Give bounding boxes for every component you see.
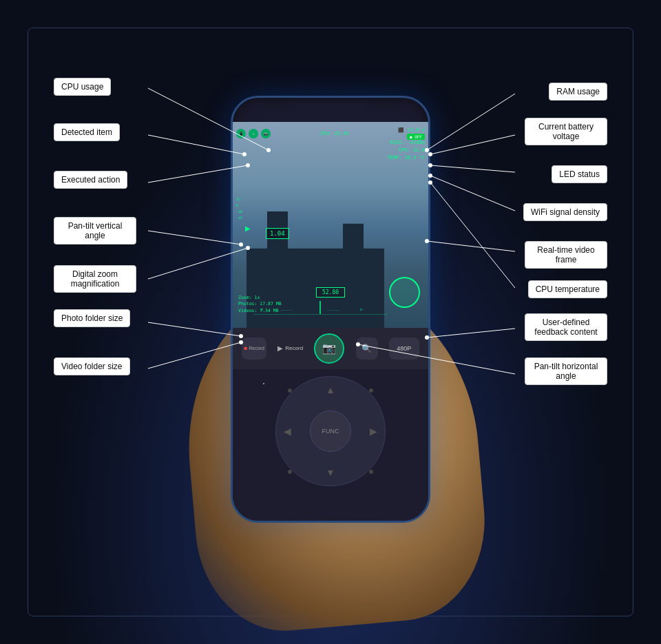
dpad-dot-tr — [369, 388, 373, 393]
record-text-display[interactable]: ▶ Record — [277, 344, 303, 352]
user-feedback-text: User-defined feedback content — [534, 318, 597, 337]
left-scale: 15 0 -30 -45 — [236, 196, 242, 221]
phone-wrapper: 📱 → 📷 CPU: 22.3% ⬛ 11.9 V ● OFF RSSI: -4… — [231, 96, 430, 523]
record-icon: ■ Record — [242, 337, 266, 360]
cpu-temp-text: CPU temperature — [536, 284, 600, 294]
wifi-signal-label: WiFi signal density — [523, 203, 607, 221]
ram-usage-label: RAM usage — [549, 83, 607, 101]
wifi-signal-text: WiFi signal density — [531, 207, 600, 217]
hud-rssi: RSSI: -42dBm — [387, 139, 425, 147]
zoom-button[interactable]: 🔍 — [356, 337, 378, 360]
cpu-usage-label: CPU usage — [54, 78, 111, 96]
realtime-video-text: Real-time video frame — [537, 245, 594, 264]
capture-button-hud[interactable] — [389, 277, 420, 308]
photo-folder-size-label: Photo folder size — [54, 309, 130, 327]
digital-zoom-text: Digital zoom magnification — [71, 269, 120, 289]
dpad-left[interactable]: ◀ — [284, 426, 291, 437]
hud-overlay: 📱 → 📷 CPU: 22.3% ⬛ 11.9 V ● OFF RSSI: -4… — [233, 122, 428, 335]
photo-button[interactable]: 📷 — [314, 333, 344, 364]
zoom-icon: 🔍 — [361, 344, 372, 353]
dpad[interactable]: ▲ ▼ ◀ ▶ FUNC — [275, 376, 386, 486]
hud-fps: FPS: 31.8 — [387, 147, 425, 154]
hud-temp: TEMP: 38.4 °C — [387, 154, 425, 162]
pan-tilt-horizontal-text: Pan-tilt horizontal angle — [534, 362, 598, 381]
svg-text:......: ...... — [327, 307, 339, 311]
phone-device: 📱 → 📷 CPU: 22.3% ⬛ 11.9 V ● OFF RSSI: -4… — [231, 96, 430, 523]
battery-voltage-label-text: Current battery voltage — [538, 122, 594, 141]
controls-area: ■ Record ▶ Record 📷 🔍 4 — [233, 328, 428, 521]
led-status-label: LED status — [552, 165, 607, 183]
led-status-text: LED status — [559, 169, 600, 179]
angle-display: 52.80 — [316, 287, 345, 298]
resolution-label: 480P — [397, 345, 411, 352]
record-label: Record — [249, 346, 264, 351]
phone-notch — [296, 103, 365, 117]
user-feedback-label: User-defined feedback content — [525, 313, 607, 341]
pan-tilt-vertical-text: Pan-tilt vertical angle — [68, 221, 123, 240]
zoom-mag-box: 1.04 — [266, 228, 289, 239]
photo-folder-size-text: Photo folder size — [61, 313, 123, 323]
cpu-usage-text: CPU usage — [61, 82, 103, 92]
video-folder-size-label: Video folder size — [54, 357, 130, 375]
realtime-video-label: Real-time video frame — [525, 241, 607, 269]
ram-usage-text: RAM usage — [556, 87, 600, 96]
dpad-dot-br — [369, 470, 373, 474]
executed-action-label: Executed action — [54, 171, 127, 189]
svg-text:◁: ◁ — [260, 307, 263, 311]
camera-view: 📱 → 📷 CPU: 22.3% ⬛ 11.9 V ● OFF RSSI: -4… — [233, 122, 428, 335]
svg-text:▷: ▷ — [360, 307, 363, 311]
dpad-center-func[interactable]: FUNC — [310, 411, 351, 452]
battery-voltage-text: ⬛ 11.9 V — [398, 127, 425, 133]
compass-bar: ◁ ▷ ...... ...... — [253, 301, 387, 315]
record-button-container[interactable]: ■ Record — [242, 337, 266, 360]
dpad-dot-bl — [288, 470, 292, 474]
cpu-temp-label: CPU temperature — [528, 280, 607, 298]
hud-right-stats: RSSI: -42dBm FPS: 31.8 TEMP: 38.4 °C — [387, 139, 425, 163]
battery-voltage-label: Current battery voltage — [525, 118, 607, 145]
svg-text:......: ...... — [280, 307, 293, 311]
pan-tilt-vertical-label: Pan-tilt vertical angle — [54, 217, 136, 245]
resolution-button[interactable]: 480P — [389, 337, 419, 360]
detected-item-label: Detected item — [54, 123, 120, 141]
digital-zoom-label: Digital zoom magnification — [54, 265, 136, 293]
dpad-down[interactable]: ▼ — [326, 467, 335, 478]
hud-icons: 📱 → 📷 — [236, 129, 271, 138]
hud-icon-camera: 📷 — [261, 129, 271, 138]
executed-action-text: Executed action — [61, 175, 120, 185]
video-folder-size-text: Video folder size — [61, 362, 123, 371]
hud-battery: ⬛ 11.9 V ● OFF — [398, 127, 425, 140]
pan-tilt-horizontal-label: Pan-tilt horizontal angle — [525, 357, 607, 385]
dpad-up[interactable]: ▲ — [326, 384, 335, 395]
record-btn-label: Record — [285, 345, 303, 351]
hud-cpu-ram: CPU: 22.3% — [320, 131, 349, 136]
compass-svg: ◁ ▷ ...... ...... — [253, 301, 387, 315]
hud-top-bar: 📱 → 📷 CPU: 22.3% ⬛ 11.9 V ● OFF — [236, 127, 425, 140]
hud-icon-arrow: → — [249, 129, 258, 138]
detected-item-text: Detected item — [61, 127, 112, 137]
dpad-right[interactable]: ▶ — [370, 426, 377, 437]
zoom-arrow: ▶ 1.04 — [245, 225, 251, 232]
hud-icon-phone: 📱 — [236, 129, 246, 138]
dpad-dot-tl — [288, 388, 292, 393]
camera-icon: 📷 — [322, 342, 336, 355]
